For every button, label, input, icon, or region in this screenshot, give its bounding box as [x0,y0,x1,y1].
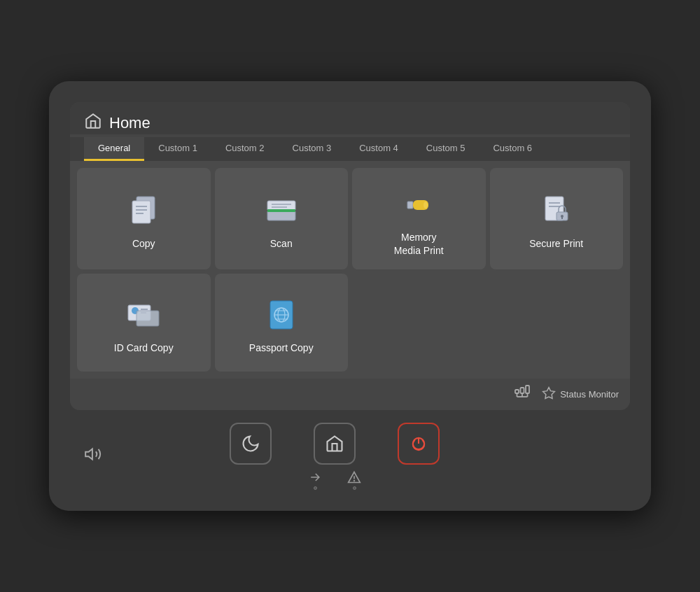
tab-general[interactable]: General [84,137,144,161]
app-tile-passport[interactable]: Passport Copy [215,274,349,372]
indicator-dot-forward [314,486,317,490]
sleep-button[interactable] [230,423,272,465]
tab-custom1[interactable]: Custom 1 [144,137,211,161]
forward-indicator [308,470,322,490]
network-icon [514,384,531,404]
volume-control [84,445,102,467]
svg-rect-31 [521,388,524,393]
copy-icon [124,191,163,230]
screen: Home General Custom 1 Custom 2 Custom 3 … [70,102,630,409]
status-bar: Status Monitor [70,379,630,410]
status-indicators [308,470,361,490]
app-tile-empty2 [490,274,624,372]
secure-label: Secure Print [529,237,583,250]
tab-custom4[interactable]: Custom 4 [345,137,412,161]
copy-label: Copy [132,237,155,250]
app-tile-scan[interactable]: Scan [215,168,349,269]
svg-marker-38 [85,449,92,460]
app-tile-memory[interactable]: Memory Media Print [352,168,486,269]
scan-icon [262,191,301,230]
indicator-dot-warning [353,486,356,490]
main-area: Copy [70,161,630,378]
power-button[interactable] [398,423,440,465]
idcard-icon [124,295,163,334]
device-body: Home General Custom 1 Custom 2 Custom 3 … [49,81,651,510]
app-tile-idcard[interactable]: ID Card Copy [77,274,211,372]
home-header-icon [84,112,102,134]
tab-custom3[interactable]: Custom 3 [279,137,346,161]
svg-rect-6 [267,201,295,211]
svg-rect-18 [561,217,563,219]
svg-marker-37 [543,387,555,398]
apps-grid: Copy [77,168,623,371]
svg-rect-5 [267,211,295,220]
passport-icon [262,295,301,334]
tab-custom6[interactable]: Custom 6 [479,137,546,161]
status-monitor-label: Status Monitor [560,389,619,400]
svg-rect-32 [526,386,529,393]
status-monitor-icon [542,386,556,402]
svg-rect-1 [132,201,150,223]
tabs-bar: General Custom 1 Custom 2 Custom 3 Custo… [70,137,630,161]
memory-label: Memory Media Print [394,231,444,256]
app-tile-secure[interactable]: Secure Print [490,168,624,269]
idcard-label: ID Card Copy [114,341,174,354]
scan-label: Scan [270,237,293,250]
tab-custom2[interactable]: Custom 2 [211,137,279,161]
svg-rect-10 [407,202,413,209]
tab-custom5[interactable]: Custom 5 [412,137,479,161]
passport-label: Passport Copy [249,341,314,354]
center-controls [230,423,440,490]
svg-point-41 [354,480,355,481]
page-title: Home [109,114,150,132]
svg-rect-23 [136,311,159,326]
home-button[interactable] [314,423,356,465]
app-tile-empty1 [352,274,486,372]
secure-icon [537,191,576,230]
bottom-bar [70,413,630,497]
header: Home [70,102,630,134]
svg-rect-7 [267,209,295,212]
svg-point-12 [424,202,428,209]
svg-rect-30 [515,390,519,393]
main-buttons [230,423,440,465]
memory-icon [399,185,438,224]
status-monitor-button[interactable]: Status Monitor [542,386,619,402]
warning-indicator [347,470,361,490]
app-tile-copy[interactable]: Copy [77,168,211,269]
